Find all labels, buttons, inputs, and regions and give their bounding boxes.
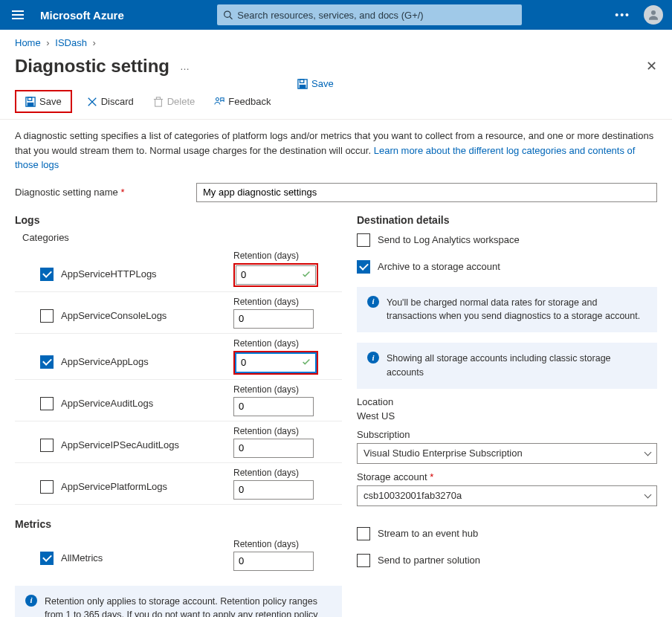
log-category-label: AppServicePlatformLogs	[61, 481, 167, 492]
more-menu-icon[interactable]: •••	[615, 9, 630, 21]
log-category-row: AppServiceConsoleLogs Retention (days)	[15, 292, 342, 334]
subscription-label: Subscription	[357, 429, 657, 440]
save-icon	[297, 79, 308, 89]
svg-rect-7	[28, 97, 32, 100]
log-category-row: AppServicePlatformLogs Retention (days)	[15, 463, 342, 505]
event-hub-checkbox[interactable]	[357, 527, 370, 540]
discard-button[interactable]: Discard	[83, 93, 138, 110]
retention-label: Retention (days)	[233, 297, 314, 307]
log-category-label: AppServiceIPSecAuditLogs	[61, 439, 179, 450]
categories-label: Categories	[22, 232, 342, 243]
retention-input[interactable]	[233, 439, 314, 458]
archive-storage-label: Archive to a storage account	[378, 261, 500, 272]
storage-account-label: Storage account *	[357, 471, 657, 482]
log-category-checkbox[interactable]	[40, 480, 54, 494]
breadcrumb-isdash[interactable]: ISDash	[55, 37, 87, 48]
save-button[interactable]: Save	[21, 93, 66, 110]
retention-label: Retention (days)	[233, 468, 314, 478]
allmetrics-checkbox[interactable]	[40, 552, 54, 565]
title-more-icon[interactable]: …	[180, 61, 190, 72]
svg-point-14	[216, 97, 219, 100]
brand-label: Microsoft Azure	[40, 9, 124, 22]
log-analytics-checkbox[interactable]	[357, 233, 370, 247]
log-category-label: AppServiceHTTPLogs	[61, 268, 157, 280]
svg-rect-8	[28, 102, 34, 106]
retention-info-box: i Retention only applies to storage acco…	[15, 586, 342, 618]
chevron-down-icon	[644, 448, 652, 456]
location-label: Location	[357, 396, 657, 407]
svg-rect-4	[300, 79, 304, 82]
checkmark-icon	[301, 357, 311, 369]
breadcrumb-home[interactable]: Home	[15, 37, 41, 48]
search-icon	[223, 10, 233, 20]
retention-input[interactable]	[233, 480, 314, 500]
svg-point-0	[224, 11, 230, 17]
log-category-label: AppServiceAuditLogs	[61, 398, 153, 409]
event-hub-label: Stream to an event hub	[378, 528, 478, 539]
info-icon: i	[25, 595, 37, 607]
retention-input[interactable]	[233, 309, 314, 329]
storage-classic-info: i Showing all storage accounts including…	[357, 343, 657, 389]
svg-point-2	[651, 10, 656, 15]
allmetrics-label: AllMetrics	[61, 552, 103, 563]
trash-icon	[153, 97, 164, 107]
x-icon	[87, 97, 97, 107]
delete-button: Delete	[149, 93, 200, 110]
retention-label: Retention (days)	[233, 251, 318, 261]
chevron-down-icon	[644, 491, 652, 498]
description-text: A diagnostic setting specifies a list of…	[0, 120, 672, 178]
archive-storage-checkbox[interactable]	[357, 260, 370, 274]
partner-solution-checkbox[interactable]	[357, 554, 370, 567]
allmetrics-retention-input[interactable]	[233, 552, 314, 571]
logs-heading: Logs	[15, 214, 342, 226]
global-search[interactable]	[217, 4, 522, 25]
info-icon: i	[367, 296, 379, 308]
search-input[interactable]	[237, 10, 516, 21]
storage-charge-info: i You'll be charged normal data rates fo…	[357, 287, 657, 333]
log-analytics-label: Send to Log Analytics workspace	[378, 234, 520, 245]
log-category-row: AppServiceAppLogs Retention (days)	[15, 334, 342, 380]
float-save-hint: Save	[297, 78, 334, 89]
log-category-checkbox[interactable]	[40, 309, 54, 323]
log-category-row: AppServiceAuditLogs Retention (days)	[15, 380, 342, 421]
retention-label: Retention (days)	[233, 338, 318, 349]
log-category-label: AppServiceAppLogs	[61, 356, 149, 367]
svg-rect-11	[155, 99, 161, 106]
log-category-checkbox[interactable]	[40, 355, 54, 369]
setting-name-input[interactable]	[196, 183, 657, 202]
log-category-label: AppServiceConsoleLogs	[61, 310, 167, 321]
retention-input[interactable]	[233, 397, 314, 416]
hamburger-menu-icon[interactable]	[9, 7, 27, 22]
feedback-button[interactable]: Feedback	[210, 93, 275, 110]
user-avatar[interactable]	[644, 5, 663, 25]
storage-account-dropdown[interactable]: csb10032001fab3270a	[357, 485, 657, 506]
location-value: West US	[357, 410, 657, 421]
log-category-checkbox[interactable]	[40, 268, 54, 281]
info-icon: i	[367, 352, 379, 364]
feedback-icon	[214, 97, 224, 107]
subscription-dropdown[interactable]: Visual Studio Enterprise Subscription	[357, 443, 657, 464]
save-icon	[25, 97, 36, 107]
azure-header: Microsoft Azure •••	[0, 0, 672, 30]
person-icon	[647, 8, 660, 22]
svg-rect-5	[300, 84, 306, 88]
log-category-checkbox[interactable]	[40, 397, 54, 410]
checkmark-icon	[301, 269, 311, 282]
svg-line-1	[230, 16, 232, 19]
command-bar: Save Save Discard Delete Feedback	[0, 87, 672, 120]
retention-label: Retention (days)	[233, 384, 314, 395]
log-category-row: AppServiceHTTPLogs Retention (days)	[15, 246, 342, 292]
page-title: Diagnostic setting	[15, 56, 169, 77]
breadcrumb: Home › ISDash ›	[0, 30, 672, 51]
setting-name-label: Diagnostic setting name *	[15, 187, 196, 198]
metrics-heading: Metrics	[15, 518, 342, 530]
partner-solution-label: Send to partner solution	[378, 555, 480, 566]
log-category-row: AppServiceIPSecAuditLogs Retention (days…	[15, 421, 342, 463]
close-icon[interactable]: ✕	[646, 58, 657, 74]
destination-heading: Destination details	[357, 214, 657, 226]
log-category-checkbox[interactable]	[40, 439, 54, 452]
svg-rect-13	[156, 97, 160, 99]
retention-label: Retention (days)	[233, 426, 314, 436]
